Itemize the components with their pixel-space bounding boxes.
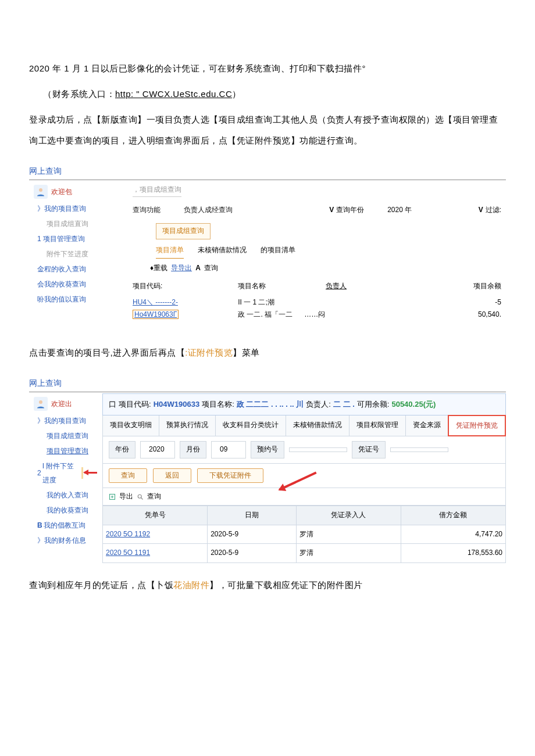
filter-year-input[interactable]: 2020 — [140, 441, 175, 458]
svg-point-0 — [39, 188, 42, 192]
welcome-label-2: 欢迎出 — [51, 397, 72, 411]
export-label[interactable]: 导出 — [119, 490, 133, 503]
tab-fund-source[interactable]: 资金来源 — [406, 415, 448, 436]
sidebar-item-value-query[interactable]: 吩我的值以直询 — [34, 292, 123, 307]
user-avatar-icon — [34, 397, 48, 411]
header-box-icon: 口 — [109, 397, 116, 411]
filter-month-input[interactable]: 09 — [211, 441, 246, 458]
project-detail-header: 口 项目代码: H04W190633 项目名称: 政 二二二 . . .. . … — [102, 393, 506, 415]
filter-year-label: 年份 — [109, 441, 135, 458]
sidebar2-mgmt-query[interactable]: 项目管理查询 — [34, 443, 98, 458]
red-arrow-icon — [279, 471, 316, 490]
responsible-query-label: 负责人成经查询 — [184, 204, 233, 217]
screenshot-panel-1: 网上查询 欢迎包 》我的项目查询 项目成组直询 1 项目管理查询 附件下笠进度 … — [29, 163, 506, 325]
detail-tabbar: 项目收支明细 预算执行情况 收支科目分类统计 未核销借款情况 项目权限管理 资金… — [102, 415, 506, 437]
col-balance: 项目余额 — [413, 280, 501, 293]
cell-person: 罗清 — [296, 525, 401, 544]
chevron-down-icon: V — [479, 206, 483, 214]
query-year-dropdown[interactable]: V查询年份 — [329, 204, 364, 217]
system-url-link[interactable]: http: " CWCX.UeStc.edu.CC — [115, 89, 232, 99]
instructions-paragraph: 登录成功后，点【新版查询】一项目负责人选【项目成组查询工其他人员（负责人有授予查… — [29, 109, 506, 151]
sidebar-item-group-query[interactable]: 项目成组直询 — [34, 216, 123, 231]
query-button[interactable]: 查询 — [109, 468, 147, 483]
sidebar-item-collection-query[interactable]: 会我的收葵查询 — [34, 277, 123, 292]
filter-reservation-input[interactable] — [289, 447, 347, 452]
cell-date: 2020-5-9 — [208, 544, 296, 563]
instruction-paragraph-2: 点击要查询的项目号,进入界面后再点【:证附件预览】菜单 — [29, 342, 506, 363]
th-entry-person: 凭证录入人 — [296, 506, 401, 525]
tab-project-list-2[interactable]: 的项目清单 — [261, 244, 295, 257]
user-avatar-icon — [34, 185, 48, 199]
sub-tab-group-query[interactable]: 项目成组查询 — [156, 223, 211, 239]
sidebar2-loan-query[interactable]: B我的倡教互询 — [34, 518, 98, 533]
th-voucher-number: 凭单号 — [103, 506, 208, 525]
intro-paragraph-1: 2020 年 1 月 1 日以后已影像化的会计凭证，可在财务系统查询、打印和下载… — [29, 58, 506, 79]
a-label: A — [195, 262, 201, 275]
tab-unsettled-loan-2[interactable]: 未核销借款情况 — [286, 415, 349, 436]
col-responsible: 负责人 — [326, 280, 413, 293]
export-button[interactable]: 导导出 — [171, 262, 192, 275]
proj-resp-label: 负责人: — [306, 397, 331, 411]
filter-dropdown[interactable]: V过滤: — [479, 204, 501, 217]
sidebar2-my-project[interactable]: 》我的项目查询 — [34, 413, 98, 428]
download-voucher-attachment-button[interactable]: 下载凭证附件 — [197, 468, 263, 483]
query-button[interactable]: 查询 — [204, 262, 218, 275]
sidebar2-group-query[interactable]: 项目成组查询 — [34, 428, 98, 443]
svg-point-1 — [39, 400, 42, 404]
red-arrow-icon — [84, 470, 98, 476]
table-row: 2020 5O 1191 2020-5-9 罗清 178,553.60 — [103, 544, 506, 563]
filter-voucher-input[interactable] — [390, 447, 448, 452]
back-button[interactable]: 返回 — [153, 468, 191, 483]
tab-income-expense[interactable]: 项目收支明细 — [103, 415, 159, 436]
sidebar-item-attachment-progress[interactable]: 附件下笠进度 — [34, 246, 123, 261]
welcome-label: 欢迎包 — [51, 185, 72, 199]
tab-voucher-attachment-preview[interactable]: 凭证附件预览 — [448, 415, 506, 437]
cell-amount: 178,553.60 — [401, 544, 505, 563]
export-toolbar: 导出 查询 — [102, 488, 506, 506]
cell-date: 2020-5-9 — [208, 525, 296, 544]
col-project-code: 项目代码: — [133, 280, 238, 293]
sidebar-item-my-project[interactable]: 》我的项目查询 — [34, 201, 123, 216]
sidebar-item-mgmt-query[interactable]: 1 项目管理查询 — [34, 231, 123, 246]
project-code-link-1[interactable]: HU4＼ -------2- — [133, 298, 178, 306]
voucher-link-1[interactable]: 2020 5O 1192 — [106, 530, 150, 538]
query-function-label: 查询功能 — [133, 204, 160, 217]
entry-suffix: ） — [232, 89, 241, 99]
search-icon — [137, 493, 144, 500]
cell-person: 罗清 — [296, 544, 401, 563]
query-label[interactable]: 查询 — [147, 490, 161, 503]
voucher-data-table: 凭单号 日期 凭证录入人 借方金额 2020 5O 1192 2020-5-9 … — [102, 506, 506, 563]
sidebar2-collection-query[interactable]: 我的收葵查询 — [34, 503, 98, 518]
panel1-sidebar: 欢迎包 》我的项目查询 项目成组直询 1 项目管理查询 附件下笠进度 金程的收入… — [29, 181, 128, 310]
action-button-row: 查询 返回 下载凭证附件 — [102, 464, 506, 488]
panel1-main: ，项目成组查询 查询功能 负责人成经查询 V查询年份 2020 年 V过滤: 项… — [128, 181, 506, 325]
svg-point-3 — [138, 495, 141, 498]
proj-name-value: 政 二二二 . . .. . .. 川 — [237, 397, 304, 411]
project-code-link-2[interactable]: Ho4W19063Γ — [133, 310, 179, 319]
export-icon — [109, 493, 116, 500]
project-name-cell: II 一 1 二;潮 政 一二. 福「一二 ……闷 — [238, 296, 326, 321]
tab-account-classify[interactable]: 收支科目分类统计 — [216, 415, 286, 436]
entry-prefix: （财务系统入口： — [43, 89, 115, 99]
sidebar-item-income-query[interactable]: 金程的收入查询 — [34, 261, 123, 277]
th-debit-amount: 借方金额 — [401, 506, 505, 525]
sidebar2-financial-info[interactable]: 》我的财务信息 — [34, 533, 98, 548]
reload-button[interactable]: ♦重载 — [150, 262, 167, 275]
screenshot-panel-2: 网上查询 欢迎出 》我的项目查询 项目成组查询 项目管理查询 2 I 附件下笠进… — [29, 375, 506, 563]
table-row: 2020 5O 1192 2020-5-9 罗清 4,747.20 — [103, 525, 506, 544]
proj-avail-label: 可用余额: — [357, 397, 390, 411]
tab-budget-execution[interactable]: 预算执行情况 — [159, 415, 216, 436]
proj-resp-value: 二 二 . — [333, 397, 355, 411]
sidebar2-attachment-row[interactable]: 2 I 附件下笠进度 — [34, 458, 98, 488]
filter-row: 年份 2020 月份 09 预约号 凭证号 — [102, 436, 506, 464]
voucher-link-2[interactable]: 2020 5O 1191 — [106, 549, 150, 557]
tab-permission-mgmt[interactable]: 项目权限管理 — [349, 415, 406, 436]
sidebar2-income-query[interactable]: 我的收入查询 — [34, 488, 98, 503]
svg-line-4 — [141, 497, 143, 499]
col-project-name: 项目名称 — [238, 280, 326, 293]
th-date: 日期 — [208, 506, 296, 525]
tab-unsettled-loan[interactable]: 未核销借款情况 — [198, 244, 247, 257]
panel1-top-tab[interactable]: ，项目成组查询 — [133, 185, 181, 194]
instruction-paragraph-3: 查询到相应年月的凭证后，点【卜饭花油附件】，可批量下载相应凭证下的附件图片 — [29, 575, 506, 596]
tab-project-list[interactable]: 项目清单 — [156, 243, 184, 259]
